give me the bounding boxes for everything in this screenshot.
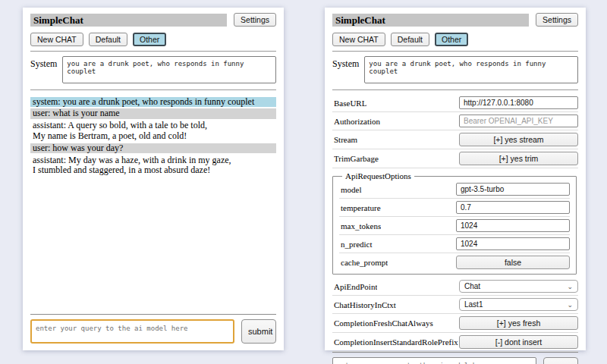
setting-label: ApiEndPoint: [334, 282, 377, 291]
authorization-input[interactable]: [459, 115, 578, 127]
setting-label: n_predict: [341, 240, 373, 249]
setting-label: TrimGarbage: [334, 154, 379, 163]
tab-other[interactable]: Other: [435, 33, 468, 46]
divider: [30, 314, 276, 315]
setting-row-stream: Stream [+] yes stream: [332, 130, 578, 149]
select-value: Last1: [464, 300, 483, 309]
temperature-input[interactable]: [456, 201, 570, 214]
system-label: System: [332, 56, 359, 83]
settings-button[interactable]: Settings: [536, 13, 578, 27]
trim-garbage-toggle-button[interactable]: [+] yes trim: [459, 152, 578, 165]
app-title: SimpleChat: [30, 14, 227, 27]
setting-row-baseurl: BaseURL: [332, 94, 578, 112]
setting-label: model: [341, 185, 362, 194]
divider: [30, 89, 276, 90]
system-prompt-row: System you are a drunk poet, who respond…: [332, 56, 578, 83]
setting-row-chat-history-in-ctxt: ChatHistoryInCtxt Last1 ⌄: [332, 296, 578, 314]
query-row: submit: [332, 357, 578, 364]
divider: [332, 352, 578, 353]
n-predict-input[interactable]: [456, 237, 570, 250]
settings-panel: SimpleChat Settings New CHAT Default Oth…: [325, 8, 586, 350]
setting-label: Authorization: [334, 117, 380, 126]
chat-session-tabs: New CHAT Default Other: [30, 33, 276, 46]
divider: [332, 89, 578, 90]
query-input[interactable]: [332, 357, 536, 364]
setting-row-model: model: [339, 180, 570, 199]
chat-message-assistant: assistant: A query so bold, with a tale …: [30, 121, 276, 141]
divider: [332, 51, 578, 52]
max-tokens-input[interactable]: [456, 219, 570, 232]
setting-row-completion-insert-role-prefix: CompletionInsertStandardRolePrefix [-] d…: [332, 333, 578, 352]
cache-prompt-toggle-button[interactable]: false: [456, 256, 570, 269]
app-title: SimpleChat: [332, 14, 529, 27]
chat-message-list: system: you are a drunk poet, who respon…: [30, 95, 276, 177]
system-label: System: [30, 56, 57, 83]
chat-message-user: user: how was your day?: [30, 143, 276, 153]
chat-history-in-ctxt-select[interactable]: Last1 ⌄: [459, 298, 578, 311]
setting-row-authorization: Authorization: [332, 112, 578, 130]
select-value: Chat: [464, 282, 480, 290]
setting-row-n-predict: n_predict: [339, 235, 570, 253]
tab-default[interactable]: Default: [391, 33, 429, 46]
submit-button[interactable]: submit: [241, 319, 276, 344]
settings-list: BaseURL Authorization Stream [+] yes str…: [332, 94, 578, 352]
setting-row-trimgarbage: TrimGarbage [+] yes trim: [332, 149, 578, 168]
setting-label: max_tokens: [341, 221, 381, 231]
system-prompt-input[interactable]: you are a drunk poet, who responds in fu…: [364, 56, 578, 83]
chat-session-tabs: New CHAT Default Other: [332, 33, 578, 46]
chevron-down-icon: ⌄: [567, 302, 573, 308]
setting-label: Stream: [334, 135, 357, 144]
chat-panel: SimpleChat Settings New CHAT Default Oth…: [23, 8, 284, 350]
query-row: submit: [30, 319, 276, 344]
chat-message-system: system: you are a drunk poet, who respon…: [30, 97, 276, 107]
setting-row-max-tokens: max_tokens: [339, 217, 570, 235]
submit-button[interactable]: submit: [543, 357, 578, 364]
tab-default[interactable]: Default: [89, 33, 127, 46]
chat-message-assistant: assistant: My day was a haze, with a dri…: [30, 155, 276, 176]
system-prompt-input[interactable]: you are a drunk poet, who responds in fu…: [62, 56, 276, 83]
stream-toggle-button[interactable]: [+] yes stream: [459, 133, 578, 146]
new-chat-button[interactable]: New CHAT: [332, 33, 385, 46]
header-row: SimpleChat Settings: [332, 13, 578, 27]
setting-label: BaseURL: [334, 99, 366, 108]
setting-label: ChatHistoryInCtxt: [334, 300, 396, 309]
api-request-options-fieldset: ApiRequestOptions model temperature max_…: [332, 171, 577, 275]
setting-label: temperature: [341, 203, 381, 212]
setting-row-completion-fresh-chat: CompletionFreshChatAlways [+] yes fresh: [332, 314, 578, 333]
setting-row-api-endpoint: ApiEndPoint Chat ⌄: [332, 278, 578, 296]
setting-row-temperature: temperature: [339, 199, 570, 217]
api-endpoint-select[interactable]: Chat ⌄: [459, 280, 578, 293]
chat-message-user: user: what is your name: [30, 108, 276, 118]
spacer: [30, 177, 276, 314]
fieldset-legend: ApiRequestOptions: [342, 171, 414, 180]
completion-insert-role-prefix-toggle-button[interactable]: [-] dont insert: [459, 335, 578, 349]
completion-fresh-chat-toggle-button[interactable]: [+] yes fresh: [459, 316, 578, 330]
settings-button[interactable]: Settings: [234, 13, 276, 27]
setting-label: CompletionFreshChatAlways: [334, 318, 433, 328]
query-input[interactable]: [30, 319, 234, 344]
setting-row-cache-prompt: cache_prompt false: [339, 253, 570, 271]
system-prompt-row: System you are a drunk poet, who respond…: [30, 56, 276, 83]
base-url-input[interactable]: [459, 96, 578, 109]
setting-label: CompletionInsertStandardRolePrefix: [334, 337, 458, 347]
chevron-down-icon: ⌄: [567, 284, 573, 290]
tab-other[interactable]: Other: [133, 33, 166, 46]
new-chat-button[interactable]: New CHAT: [30, 33, 83, 46]
divider: [30, 51, 276, 52]
header-row: SimpleChat Settings: [30, 13, 276, 27]
model-input[interactable]: [456, 183, 570, 196]
setting-label: cache_prompt: [341, 258, 388, 267]
